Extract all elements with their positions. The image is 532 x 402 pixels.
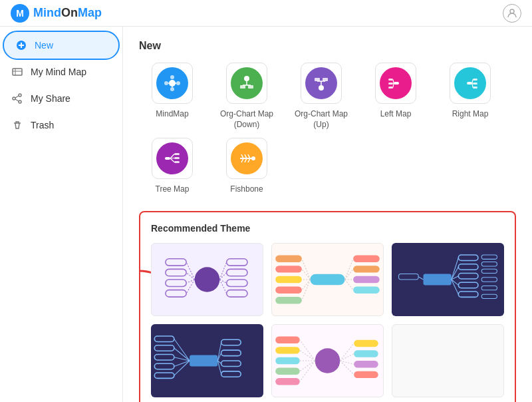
svg-rect-100 <box>481 269 497 273</box>
map-item-fishbone[interactable]: Fishbone <box>213 138 280 195</box>
svg-line-87 <box>302 280 311 300</box>
svg-rect-139 <box>354 371 378 377</box>
recommended-section: Recommended Theme <box>139 211 516 402</box>
svg-line-144 <box>300 361 315 381</box>
svg-line-67 <box>186 280 195 283</box>
right-map-icon-wrap <box>450 63 491 104</box>
tree-map-icon <box>156 142 188 174</box>
map-item-left-map[interactable]: Left Map <box>362 63 429 130</box>
fishbone-icon-wrap <box>226 138 267 179</box>
svg-rect-34 <box>473 79 477 81</box>
left-map-icon-wrap <box>375 63 416 104</box>
svg-line-30 <box>393 80 394 84</box>
svg-rect-40 <box>165 157 170 160</box>
svg-line-110 <box>418 277 423 280</box>
svg-rect-75 <box>275 266 302 272</box>
svg-rect-109 <box>399 274 419 279</box>
theme-item-1[interactable] <box>151 243 263 316</box>
map-item-mindmap[interactable]: MindMap <box>139 63 205 130</box>
svg-rect-135 <box>275 378 300 385</box>
svg-line-88 <box>345 258 354 279</box>
svg-rect-113 <box>154 345 174 351</box>
svg-rect-96 <box>458 282 478 288</box>
svg-rect-2 <box>13 69 22 75</box>
svg-rect-134 <box>275 367 300 374</box>
svg-line-124 <box>174 361 190 366</box>
map-icon <box>11 65 24 79</box>
svg-rect-92 <box>424 274 452 285</box>
svg-point-7 <box>170 75 174 79</box>
svg-point-4 <box>19 100 21 103</box>
svg-rect-111 <box>190 355 217 366</box>
svg-line-91 <box>345 280 354 290</box>
org-chart-up-icon-wrap <box>301 63 342 104</box>
map-item-right-map[interactable]: Right Map <box>437 63 503 130</box>
map-types-grid: MindMap Org-Chart Map(Down) Org-Ch <box>139 63 516 195</box>
theme-item-3[interactable] <box>392 243 504 316</box>
theme-item-4[interactable] <box>151 324 263 397</box>
svg-rect-36 <box>473 87 477 89</box>
content-area: New MindMap Org-Chart Map(Down <box>123 27 532 402</box>
left-map-label: Left Map <box>380 109 412 120</box>
svg-line-46 <box>170 158 174 162</box>
svg-rect-28 <box>388 83 393 85</box>
svg-rect-136 <box>354 339 378 346</box>
new-section-title: New <box>139 40 516 52</box>
sidebar: New My Mind Map My Share Trash <box>0 27 123 402</box>
svg-line-146 <box>340 353 354 360</box>
sidebar-item-my-share[interactable]: My Share <box>0 85 122 112</box>
org-chart-down-label: Org-Chart Map(Down) <box>220 109 273 130</box>
map-item-tree-map[interactable]: Tree Map <box>139 138 205 195</box>
svg-rect-29 <box>388 87 393 89</box>
mindmap-icon-wrap <box>152 63 193 104</box>
svg-rect-94 <box>458 264 478 270</box>
map-item-org-chart-down[interactable]: Org-Chart Map(Down) <box>213 63 280 130</box>
recommended-wrapper: Recommended Theme <box>139 211 516 402</box>
theme-item-6[interactable] <box>392 324 504 397</box>
svg-line-39 <box>472 83 473 88</box>
org-chart-down-icon <box>231 67 263 99</box>
org-chart-up-label: Org-Chart Map (Up) <box>288 109 354 130</box>
svg-line-69 <box>219 262 226 280</box>
svg-rect-93 <box>458 255 478 260</box>
svg-line-147 <box>340 361 354 364</box>
svg-rect-133 <box>275 357 300 364</box>
theme-item-5[interactable] <box>271 324 384 397</box>
svg-line-32 <box>393 83 394 88</box>
svg-rect-73 <box>310 274 344 285</box>
svg-line-71 <box>219 280 226 283</box>
theme-item-2[interactable] <box>271 243 384 316</box>
map-item-org-chart-up[interactable]: Org-Chart Map (Up) <box>288 63 354 130</box>
svg-rect-131 <box>275 336 300 343</box>
svg-rect-78 <box>275 297 302 303</box>
fishbone-label: Fishbone <box>230 184 263 195</box>
svg-line-108 <box>452 280 459 294</box>
sidebar-item-my-mind-map[interactable]: My Mind Map <box>0 59 122 85</box>
mindmap-label: MindMap <box>156 109 188 120</box>
svg-rect-95 <box>458 273 478 278</box>
svg-rect-80 <box>353 266 380 272</box>
svg-line-83 <box>302 258 311 279</box>
svg-rect-101 <box>481 278 497 282</box>
svg-line-141 <box>300 350 315 361</box>
svg-rect-43 <box>174 161 180 163</box>
sidebar-my-share-label: My Share <box>31 93 70 104</box>
svg-point-130 <box>315 348 340 373</box>
sidebar-item-new[interactable]: New <box>4 32 118 59</box>
svg-rect-117 <box>221 339 241 345</box>
svg-rect-114 <box>154 354 174 359</box>
sidebar-item-trash[interactable]: Trash <box>0 112 122 138</box>
tree-map-icon-wrap <box>152 138 193 179</box>
svg-rect-60 <box>166 290 186 296</box>
svg-rect-74 <box>275 255 302 262</box>
svg-line-45 <box>170 158 174 159</box>
svg-rect-58 <box>166 269 186 276</box>
svg-line-125 <box>174 361 190 375</box>
user-icon[interactable] <box>503 4 521 23</box>
logo-icon: M <box>11 4 29 23</box>
svg-point-5 <box>13 97 15 100</box>
svg-point-56 <box>195 267 220 292</box>
svg-rect-64 <box>227 290 247 296</box>
svg-rect-82 <box>353 286 380 293</box>
svg-rect-119 <box>221 361 241 366</box>
